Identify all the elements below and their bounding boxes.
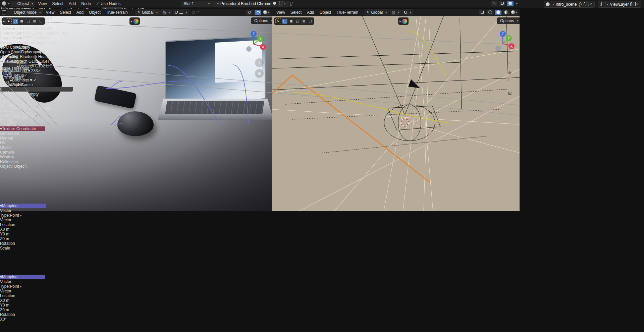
select-mode-invert[interactable] (301, 19, 307, 24)
pan-widget[interactable]: ✥ (505, 68, 514, 77)
shading-wireframe[interactable] (487, 10, 493, 15)
copy-icon[interactable] (584, 2, 587, 6)
viewlayer-selector[interactable]: ▾ ViewLayer × (598, 1, 641, 8)
svg-text:Z: Z (253, 32, 255, 36)
node-texture-coordinate[interactable]: ▾Texture Coordinate Generated Normal UV … (0, 126, 45, 204)
menu-select[interactable]: Select (50, 1, 66, 7)
select-mode-new[interactable] (282, 19, 287, 24)
select-mode-extend[interactable] (19, 19, 24, 24)
location-values[interactable]: X0 m Y0 m Z0 m (0, 298, 45, 312)
select-mode-new[interactable] (13, 19, 18, 24)
menu-true-terrain[interactable]: True-Terrain (334, 9, 361, 15)
lock-view-widget[interactable] (255, 91, 264, 99)
location-values[interactable]: X0 m Y0 m Z0 m (0, 227, 46, 241)
menu-add[interactable]: Add (74, 9, 86, 15)
insert-keyframe-icon[interactable]: ↰ (491, 1, 497, 6)
tool-header-popover[interactable]: ▸ (398, 17, 409, 25)
snap-magnet-icon[interactable] (499, 1, 505, 6)
fake-user-shield-icon[interactable] (273, 2, 276, 5)
menu-select[interactable]: Select (57, 9, 73, 15)
pin-icon[interactable] (578, 2, 582, 6)
pan-widget[interactable]: ✥ (255, 69, 264, 78)
overlays-toggle[interactable] (255, 10, 261, 15)
toolbar-expand-icon[interactable]: ▸ (3, 19, 5, 23)
transform-orientation-dropdown[interactable]: ↻Global▾ (136, 9, 160, 15)
material-selector[interactable]: ▾ Procedural Brushed Chrome × (212, 1, 288, 7)
object-mode-icon (9, 11, 12, 14)
node-mapping-2[interactable]: ▾Mapping Vector Type:Point▾ Vector Locat… (0, 275, 45, 332)
options-button[interactable]: Options▾ (497, 17, 520, 24)
navigation-gizmo[interactable]: Z Y X (495, 30, 516, 53)
mapping-type-dropdown[interactable]: Point▾ (10, 284, 21, 289)
menu-add[interactable]: Add (305, 9, 316, 15)
snap-controls[interactable]: ▾ (173, 9, 189, 15)
zoom-widget[interactable]: + (255, 58, 264, 67)
xray-toggle[interactable] (479, 10, 485, 15)
transform-orientation-dropdown[interactable]: ↻Global▾ (365, 9, 389, 15)
slot-dropdown[interactable]: Slot 1▾ (181, 1, 212, 7)
camera-view-widget[interactable] (505, 78, 514, 87)
select-mode-subtract[interactable] (25, 19, 31, 24)
use-nodes-checkbox[interactable]: ✓ (96, 1, 99, 6)
copy-icon[interactable] (278, 2, 281, 5)
overlay-toggle[interactable] (507, 1, 514, 6)
shading-material[interactable] (503, 10, 509, 15)
options-button[interactable]: Options▾ (251, 17, 272, 24)
menu-select[interactable]: Select (288, 9, 304, 15)
snap-magnet-icon[interactable] (404, 11, 407, 14)
scene-selector[interactable]: ▾ Intro_scene × (544, 1, 595, 8)
proportional-editing[interactable] (190, 9, 202, 15)
svg-text:Z: Z (502, 32, 504, 36)
eyedropper-icon[interactable] (24, 164, 28, 168)
menu-add[interactable]: Add (66, 1, 78, 7)
camera-view-widget[interactable] (255, 80, 264, 89)
mode-dropdown[interactable]: Object Mode▾ (7, 9, 43, 15)
menu-object[interactable]: Object (317, 9, 334, 15)
menu-view[interactable]: View (274, 9, 287, 15)
copy-icon[interactable] (630, 2, 634, 6)
zoom-widget[interactable]: + (505, 58, 514, 67)
select-mode-intersect[interactable] (308, 19, 313, 24)
node-canvas[interactable]: ▸ Table.003 › ▽ Cube.004 › Procedural Br… (0, 7, 520, 332)
select-mode-subtract[interactable] (295, 19, 300, 24)
menu-view[interactable]: View (44, 9, 57, 15)
menu-view[interactable]: View (36, 1, 49, 7)
pivot-point-dropdown[interactable]: ◎▾ (390, 9, 401, 15)
pivot-point-dropdown[interactable]: ◎▾ (160, 9, 172, 15)
material-name[interactable]: Procedural Brushed Chrome (220, 1, 271, 6)
select-mode-invert[interactable] (32, 19, 37, 24)
blender-window: File Edit Render Window Help Layout Mode… (0, 0, 644, 332)
editor-type-icon[interactable] (2, 10, 6, 14)
editor-type-icon[interactable] (2, 1, 6, 6)
svg-text:X: X (262, 45, 264, 49)
navigation-gizmo[interactable]: Z Y X (246, 30, 268, 53)
remove-icon[interactable]: × (635, 2, 639, 7)
rotation-values[interactable]: X0° (0, 317, 45, 322)
perspective-widget[interactable]: ⊞ (505, 89, 514, 97)
viewlayer-name[interactable]: ViewLayer (610, 2, 629, 7)
viewlayer-icon (600, 3, 604, 6)
select-box-tool-icon[interactable]: ➤ (275, 18, 281, 24)
mapping-type-dropdown[interactable]: Point▾ (10, 213, 21, 218)
menu-object[interactable]: Object (87, 9, 103, 15)
object-picker-field[interactable]: Objec (14, 164, 28, 169)
shading-dropdown[interactable]: ▾ (263, 10, 270, 15)
select-mode-extend[interactable] (288, 19, 294, 24)
unlink-icon[interactable]: × (589, 2, 593, 7)
unlink-icon[interactable]: × (283, 1, 287, 6)
snap-magnet-icon[interactable] (175, 11, 178, 14)
shading-solid[interactable] (495, 10, 501, 15)
gizmo-toggle[interactable] (246, 10, 253, 15)
select-mode-intersect[interactable] (38, 19, 44, 24)
shading-rendered[interactable]: ▾ (511, 10, 518, 15)
menu-true-terrain[interactable]: True-Terrain (104, 9, 130, 15)
node-mapping-1[interactable]: ▾Mapping Vector Type:Point▾ Vector Locat… (0, 204, 46, 275)
select-box-tool-icon[interactable]: ➤ (6, 18, 12, 24)
snap-controls[interactable]: ▾ (402, 9, 414, 15)
pin-icon[interactable] (289, 2, 293, 5)
object-icon (12, 2, 16, 5)
scene-name[interactable]: Intro_scene (556, 2, 577, 7)
menu-node[interactable]: Node (79, 1, 93, 7)
shader-type-dropdown[interactable]: Object▾ (10, 1, 35, 7)
tool-header-popover[interactable]: ▸ (129, 17, 140, 25)
